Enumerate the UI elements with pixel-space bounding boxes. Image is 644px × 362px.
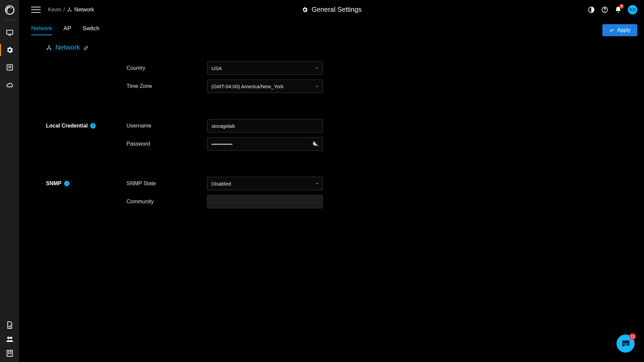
country-select[interactable]: USA [207,61,323,75]
apply-button[interactable]: Apply [602,24,637,36]
menu-toggle[interactable] [31,5,41,14]
breadcrumb-user[interactable]: Kevin [48,7,61,13]
svg-point-16 [69,7,70,8]
notifications-count: 9 [619,4,624,9]
gear-icon [6,46,14,54]
local-credential-label: Local Credential ? [46,123,127,129]
section-header: Network [46,44,644,51]
svg-point-1 [10,7,11,8]
community-label: Community [127,199,207,205]
tab-ap[interactable]: AP [63,25,71,35]
apply-label: Apply [617,27,631,33]
snmp-label: SNMP i [46,180,127,187]
theme-toggle[interactable] [588,6,595,13]
page-title-text: General Settings [312,6,362,13]
nav-cloud[interactable] [0,76,19,94]
breadcrumb: Kevin / Network [48,7,94,13]
svg-point-22 [48,45,49,46]
svg-rect-11 [7,350,12,356]
svg-rect-3 [8,35,11,36]
breadcrumb-network[interactable]: Network [74,7,94,13]
nav-file-stats[interactable] [0,321,19,329]
svg-rect-2 [7,30,13,34]
help-icon[interactable]: i [64,181,69,186]
notifications-button[interactable]: 9 [614,6,622,13]
content: Network Country USA Time Zone (GMT-04:00… [19,44,644,362]
brand-logo[interactable] [4,5,15,15]
svg-rect-15 [10,353,11,354]
svg-rect-12 [8,351,9,352]
nav-settings[interactable] [0,41,19,59]
toggle-password-visibility[interactable] [312,140,319,148]
network-icon [46,45,52,51]
svg-rect-7 [9,326,9,327]
svg-rect-14 [8,353,9,354]
user-avatar[interactable]: KO [628,5,637,14]
community-input [207,195,323,208]
pencil-icon [83,45,89,51]
username-input[interactable] [207,119,323,133]
gear-icon [302,6,308,13]
contrast-icon [588,6,595,13]
svg-point-9 [7,337,9,339]
svg-rect-13 [10,351,11,352]
svg-rect-8 [10,325,11,327]
tab-network[interactable]: Network [31,25,52,35]
help-icon [601,6,608,13]
snmp-state-label: SNMP State [127,180,207,187]
password-label: Password [127,141,207,147]
nav-dashboard[interactable] [0,24,19,41]
eye-off-icon [312,140,319,148]
edit-network-button[interactable] [83,45,89,51]
timezone-label: Time Zone [127,83,207,89]
nav-users[interactable] [0,335,19,343]
chat-icon [621,339,630,348]
chat-button[interactable]: 12 [616,334,635,353]
username-label: Username [127,123,207,129]
password-input[interactable] [207,137,323,151]
help-button[interactable] [601,6,608,13]
svg-point-10 [10,337,12,339]
tab-switch[interactable]: Switch [83,25,99,35]
snmp-state-select[interactable]: Disabled [207,177,323,190]
chat-count: 12 [629,333,636,340]
tab-row: Network AP Switch Apply [19,23,637,37]
help-icon[interactable]: ? [90,123,96,128]
breadcrumb-separator: / [63,7,65,13]
nav-inventory[interactable] [0,349,19,357]
network-icon [67,7,72,12]
top-bar: Kevin / Network General Settings 9 KO [19,0,644,19]
section-title-text: Network [55,44,80,51]
nav-reports[interactable] [0,59,19,76]
svg-point-21 [604,11,605,11]
timezone-select[interactable]: (GMT-04:00) America/New_York [207,80,323,93]
left-rail [0,0,19,362]
rail-divider [4,20,15,20]
page-title: General Settings [302,6,362,13]
country-label: Country [127,65,207,71]
check-icon [609,28,614,33]
